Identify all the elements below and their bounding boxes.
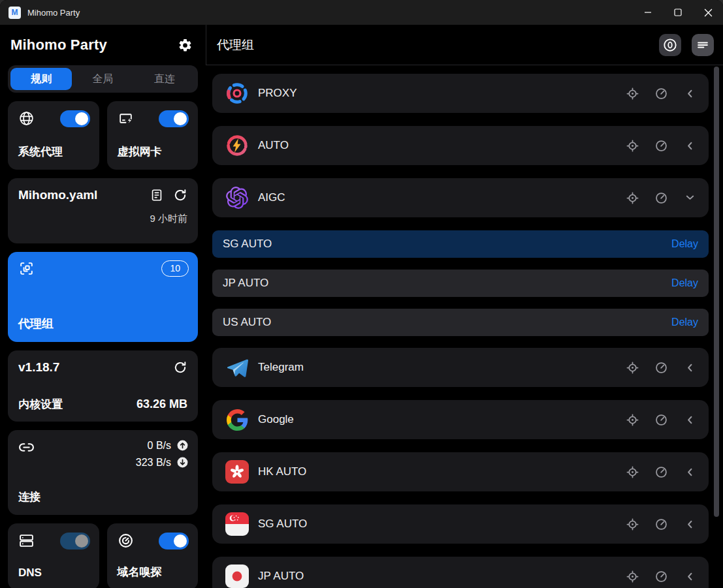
- chevron-left-icon[interactable]: [683, 412, 697, 427]
- gauge-icon[interactable]: [654, 360, 668, 375]
- group-name: AUTO: [258, 139, 625, 152]
- hk-flag-logo-icon: [225, 460, 249, 484]
- tun-card[interactable]: 虚拟网卡: [107, 101, 199, 170]
- proxy-node-name: SG AUTO: [223, 238, 272, 251]
- profile-name: Mihomo.yaml: [18, 188, 97, 202]
- proxy-logo-icon: [225, 82, 249, 105]
- gauge-icon[interactable]: [654, 191, 668, 205]
- proxy-group-list: PROXY AUTO: [206, 65, 723, 588]
- gauge-icon[interactable]: [654, 138, 668, 153]
- chevron-left-icon[interactable]: [683, 86, 697, 101]
- group-name: HK AUTO: [258, 465, 625, 478]
- tun-label: 虚拟网卡: [118, 144, 189, 159]
- gauge-icon[interactable]: [654, 412, 668, 427]
- chevron-down-icon[interactable]: [683, 191, 697, 205]
- scrollbar-thumb[interactable]: [714, 67, 719, 517]
- locate-icon[interactable]: [625, 191, 639, 205]
- profile-updated: 9 小时前: [18, 213, 187, 225]
- proxy-node-item[interactable]: US AUTO Delay: [212, 309, 709, 336]
- openai-logo-icon: [225, 186, 249, 209]
- system-proxy-label: 系统代理: [18, 144, 90, 159]
- titlebar: M Mihomo Party: [0, 0, 723, 25]
- globe-icon: [18, 110, 35, 127]
- group-name: JP AUTO: [258, 570, 625, 583]
- delay-test-label[interactable]: Delay: [671, 317, 698, 328]
- app-logo-icon: M: [8, 7, 21, 19]
- tun-toggle[interactable]: [159, 110, 189, 127]
- chevron-left-icon[interactable]: [683, 569, 697, 583]
- outbound-mode-tabs: 规则 全局 直连: [8, 65, 198, 93]
- core-settings-label: 内核设置: [18, 397, 63, 412]
- sniffer-card[interactable]: 域名嗅探: [107, 523, 199, 588]
- dns-card[interactable]: DNS: [8, 523, 99, 588]
- locate-icon[interactable]: [625, 360, 639, 375]
- chevron-left-icon[interactable]: [683, 138, 697, 153]
- locate-icon[interactable]: [625, 412, 639, 427]
- proxy-node-item[interactable]: JP AUTO Delay: [212, 270, 709, 297]
- proxy-groups-label: 代理组: [18, 316, 189, 332]
- close-button[interactable]: [693, 0, 723, 25]
- auto-logo-icon: [225, 134, 249, 157]
- group-name: AIGC: [258, 191, 625, 204]
- delay-test-all-button[interactable]: [659, 34, 681, 56]
- tab-rule[interactable]: 规则: [10, 68, 72, 90]
- system-proxy-card[interactable]: 系统代理: [8, 101, 99, 170]
- proxy-node-name: US AUTO: [223, 316, 271, 329]
- gauge-icon[interactable]: [654, 86, 668, 101]
- group-display-mode-button[interactable]: [692, 34, 714, 56]
- group-name: SG AUTO: [258, 518, 625, 531]
- proxy-group-row[interactable]: AIGC: [212, 178, 709, 217]
- sidebar-item-connections[interactable]: 0 B/s 323 B/s 连接: [8, 430, 198, 515]
- delay-test-label[interactable]: Delay: [671, 277, 698, 289]
- main-panel: 代理组 PROXY: [206, 25, 723, 588]
- maximize-button[interactable]: [663, 0, 693, 25]
- download-speed: 323 B/s: [136, 457, 171, 469]
- virtual-nic-icon: [118, 110, 134, 127]
- proxy-group-row[interactable]: Telegram: [212, 348, 709, 387]
- sniffer-toggle[interactable]: [159, 533, 189, 549]
- locate-icon[interactable]: [625, 86, 639, 101]
- proxy-node-item[interactable]: SG AUTO Delay: [212, 230, 709, 258]
- locate-icon[interactable]: [625, 569, 639, 583]
- minimize-button[interactable]: [633, 0, 663, 25]
- group-name: PROXY: [258, 87, 625, 100]
- proxy-group-row[interactable]: SG AUTO: [212, 504, 709, 544]
- sg-flag-logo-icon: [225, 512, 249, 536]
- proxy-group-row[interactable]: JP AUTO: [212, 557, 709, 588]
- profile-card[interactable]: Mihomo.yaml 9 小时前: [8, 178, 198, 243]
- locate-icon[interactable]: [625, 138, 639, 153]
- tab-direct[interactable]: 直连: [134, 68, 195, 90]
- gauge-icon[interactable]: [654, 465, 668, 479]
- delay-test-label[interactable]: Delay: [671, 238, 698, 250]
- sidebar: Mihomo Party 规则 全局 直连: [0, 25, 206, 588]
- link-icon: [18, 439, 35, 456]
- locate-icon[interactable]: [625, 517, 639, 531]
- edit-file-icon[interactable]: [150, 188, 164, 202]
- restart-core-icon[interactable]: [173, 360, 187, 375]
- tab-global[interactable]: 全局: [72, 68, 133, 90]
- proxy-group-row[interactable]: AUTO: [212, 126, 709, 165]
- core-settings-card[interactable]: v1.18.7 内核设置 63.26 MB: [8, 350, 198, 422]
- core-version: v1.18.7: [18, 360, 59, 375]
- gauge-icon[interactable]: [654, 517, 668, 531]
- chevron-left-icon[interactable]: [683, 465, 697, 479]
- proxy-groups-count-badge: 10: [161, 260, 189, 277]
- refresh-profile-icon[interactable]: [173, 188, 187, 202]
- chevron-left-icon[interactable]: [683, 517, 697, 531]
- page-title: 代理组: [217, 37, 254, 54]
- sidebar-item-proxy-groups[interactable]: 10 代理组: [8, 252, 198, 342]
- system-proxy-toggle[interactable]: [60, 110, 90, 127]
- chevron-left-icon[interactable]: [683, 360, 697, 375]
- dns-toggle[interactable]: [60, 533, 90, 549]
- proxy-node-name: JP AUTO: [223, 277, 268, 290]
- locate-icon[interactable]: [625, 465, 639, 479]
- proxy-group-row[interactable]: HK AUTO: [212, 452, 709, 491]
- window-title: Mihomo Party: [27, 8, 80, 18]
- download-arrow-icon: [176, 456, 189, 469]
- group-name: Google: [258, 413, 625, 426]
- proxy-group-row[interactable]: Google: [212, 400, 709, 439]
- dns-label: DNS: [18, 566, 90, 580]
- proxy-group-row[interactable]: PROXY: [212, 74, 709, 113]
- settings-gear-icon[interactable]: [178, 38, 193, 53]
- gauge-icon[interactable]: [654, 569, 668, 583]
